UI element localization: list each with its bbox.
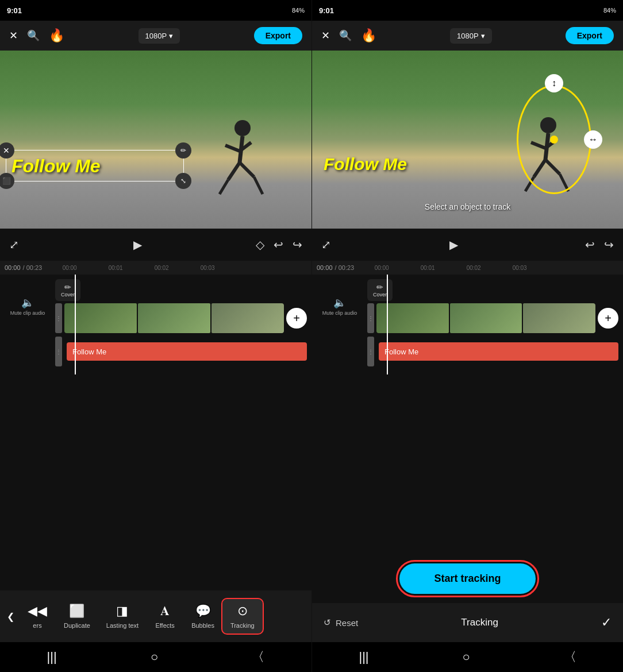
right-ruler-marks: 00:00 00:01 00:02 00:03 [359, 265, 618, 271]
left-edit-handle[interactable]: ✏ [175, 142, 191, 159]
left-text-track-handle[interactable]: ⋮ [55, 337, 62, 366]
right-tracking-handle-right[interactable]: ↔ [584, 130, 602, 149]
left-add-clip-button[interactable]: + [286, 308, 307, 329]
left-mute-button[interactable]: 🔈 Mute clip audio [10, 296, 45, 316]
left-keyframe-button[interactable]: ◇ [251, 233, 269, 256]
right-nav-menu[interactable]: ||| [345, 645, 382, 669]
left-tool-layers[interactable]: ◀◀ ers [19, 599, 56, 634]
left-fullscreen-button[interactable]: ⤢ [5, 233, 24, 256]
right-track-handle-left[interactable]: ⋮ [367, 303, 374, 333]
right-status-bar: 9:01 84% [312, 0, 623, 21]
right-tracking-handle-top[interactable]: ↕ [545, 74, 563, 92]
svg-line-6 [220, 180, 228, 194]
left-redo-button[interactable]: ↪ [288, 233, 307, 256]
left-current-time: 00:00 [5, 264, 21, 271]
left-ruler-mark-3: 00:03 [184, 265, 230, 271]
left-tool-duplicate[interactable]: ⬜ Duplicate [56, 599, 98, 634]
right-ruler-mark-1: 00:01 [405, 265, 451, 271]
left-cover-button[interactable]: ✏ Cover [55, 279, 80, 301]
right-video-track: ⋮ + [367, 303, 618, 333]
right-thumb-3 [523, 303, 595, 333]
left-timeline-area: 00:00 / 00:23 00:00 00:01 00:02 00:03 🔈 … [0, 261, 312, 590]
left-scale-handle[interactable]: ⤡ [175, 173, 191, 189]
right-cover-button[interactable]: ✏ Cover [367, 279, 393, 301]
right-top-bar-left: ✕ 🔍 🔥 [321, 28, 376, 43]
right-search-button[interactable]: 🔍 [339, 29, 352, 42]
left-nav-back[interactable]: 〈 [238, 644, 278, 670]
svg-point-0 [234, 120, 251, 136]
left-close-button[interactable]: ✕ [9, 29, 18, 42]
right-resolution-button[interactable]: 1080P ▾ [450, 28, 492, 44]
right-text-track-handle[interactable]: ⋮ [367, 337, 374, 366]
right-tracking-title: Tracking [461, 617, 498, 628]
right-video-preview: ↕ ↔ Follow Me Select an object to track [312, 51, 623, 229]
right-brand-icon: 🔥 [361, 28, 376, 43]
left-undo-button[interactable]: ↩ [269, 233, 288, 256]
left-play-button[interactable]: ▶ [129, 233, 147, 256]
left-status-icons: 84% [292, 7, 305, 14]
right-add-clip-button[interactable]: + [598, 308, 618, 329]
right-export-button[interactable]: Export [566, 27, 614, 44]
left-text-track-row: ⋮ Follow Me [55, 337, 307, 366]
left-resolution-button[interactable]: 1080P ▾ [139, 28, 180, 44]
right-close-button[interactable]: ✕ [321, 29, 330, 42]
right-reset-button[interactable]: ↺ Reset [324, 617, 358, 628]
left-timeline-tracks: 🔈 Mute clip audio ✏ Cover ⋮ [0, 275, 312, 374]
left-scroll-arrow[interactable]: ❮ [2, 611, 19, 622]
left-tool-bubbles[interactable]: 💬 Bubbles [183, 599, 222, 634]
left-follow-me-text: Follow Me [11, 156, 101, 177]
right-top-bar: ✕ 🔍 🔥 1080P ▾ Export [312, 21, 623, 51]
right-confirm-button[interactable]: ✓ [601, 615, 612, 630]
left-status-bar: 9:01 84% [0, 0, 312, 21]
left-video-thumbnails [64, 303, 284, 333]
right-follow-me-text: Follow Me [324, 155, 407, 174]
left-nav-menu[interactable]: ||| [33, 645, 71, 669]
left-total-time: / 00:23 [23, 264, 43, 271]
svg-line-7 [254, 177, 263, 194]
left-export-button[interactable]: Export [254, 27, 302, 44]
right-status-battery: 84% [603, 7, 616, 14]
left-ruler-marks: 00:00 00:01 00:02 00:03 [47, 265, 307, 271]
right-nav-back[interactable]: 〈 [550, 644, 590, 670]
right-redo-button[interactable]: ↪ [599, 233, 618, 256]
right-undo-button[interactable]: ↩ [580, 233, 599, 256]
left-video-preview: Follow Me ✕ ✏ ⬛ ⤡ [0, 51, 312, 229]
left-text-track[interactable]: Follow Me [67, 342, 307, 361]
right-start-tracking-area: Start tracking [312, 554, 623, 603]
right-keyframe-button [571, 240, 580, 249]
right-timeline-area: 00:00 / 00:23 00:00 00:01 00:02 00:03 🔈 … [312, 261, 623, 554]
right-tracking-ellipse[interactable]: ↕ ↔ [517, 85, 591, 194]
right-video-thumbnails [376, 303, 595, 333]
left-nav-bar: ||| ○ 〈 [0, 642, 312, 672]
left-panel: 9:01 84% ✕ 🔍 🔥 1080P ▾ Export [0, 0, 312, 672]
left-timeline-ruler: 00:00 / 00:23 00:00 00:01 00:02 00:03 [0, 261, 312, 275]
svg-line-5 [240, 163, 254, 177]
left-video-track: ⋮ + [55, 303, 307, 333]
right-play-button[interactable]: ▶ [445, 233, 463, 256]
right-ruler-mark-2: 00:02 [451, 265, 497, 271]
right-thumb-2 [450, 303, 522, 333]
left-track-handle-left[interactable]: ⋮ [55, 303, 62, 333]
left-tool-tracking[interactable]: ⊙ Tracking [222, 599, 263, 634]
left-top-bar: ✕ 🔍 🔥 1080P ▾ Export [0, 21, 312, 51]
left-search-button[interactable]: 🔍 [27, 29, 40, 42]
right-select-object-text: Select an object to track [425, 202, 510, 211]
right-timeline-ruler: 00:00 / 00:23 00:00 00:01 00:02 00:03 [312, 261, 623, 275]
right-mute-button[interactable]: 🔈 Mute clip audio [322, 296, 357, 316]
left-bottom-toolbar: ❮ ◀◀ ers ⬜ Duplicate ◨ Lasting text 𝐀 Ef… [0, 590, 312, 642]
left-tool-lasting-text[interactable]: ◨ Lasting text [98, 599, 147, 634]
right-panel: 9:01 84% ✕ 🔍 🔥 1080P ▾ Export [312, 0, 623, 672]
right-video-track-row: 🔈 Mute clip audio ✏ Cover ⋮ [317, 279, 618, 333]
left-video-track-row: 🔈 Mute clip audio ✏ Cover ⋮ [5, 279, 307, 333]
right-nav-home[interactable]: ○ [448, 645, 483, 669]
right-playhead [387, 275, 388, 374]
left-playhead [75, 275, 76, 374]
left-status-battery: 84% [292, 7, 305, 14]
svg-line-4 [228, 163, 240, 180]
right-start-tracking-button[interactable]: Start tracking [399, 563, 535, 594]
left-tool-effects[interactable]: 𝐀 Effects [147, 599, 183, 634]
left-ruler-mark-0: 00:00 [47, 265, 93, 271]
right-fullscreen-button[interactable]: ⤢ [317, 233, 336, 256]
left-nav-home[interactable]: ○ [137, 645, 172, 669]
right-text-track[interactable]: Follow Me [379, 342, 618, 361]
